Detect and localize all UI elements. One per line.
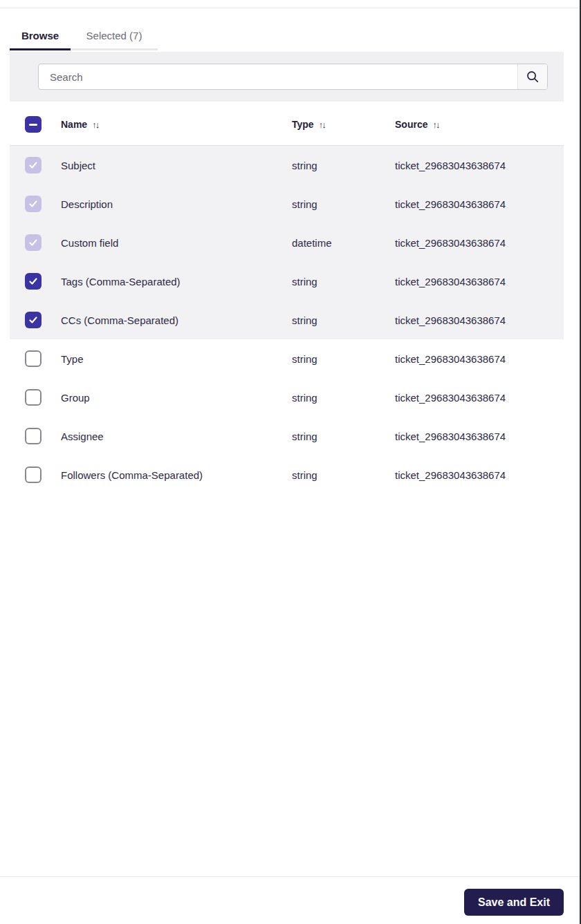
column-header-type-label: Type: [292, 119, 314, 130]
row-checkbox[interactable]: [25, 428, 42, 444]
table-header: Name ↑↓ Type ↑↓ Source ↑↓: [10, 104, 564, 146]
row-type: string: [292, 353, 395, 365]
row-name: Group: [61, 392, 292, 404]
table-row[interactable]: Assigneestringticket_29683043638674: [10, 417, 564, 455]
sort-icon: ↑↓: [92, 120, 98, 130]
search-panel: [10, 52, 564, 102]
table-row[interactable]: Custom fielddatetimeticket_2968304363867…: [10, 223, 564, 262]
row-checkbox-cell: [10, 273, 61, 290]
row-checkbox-cell: [10, 234, 61, 251]
row-checkbox-cell: [10, 312, 61, 328]
table-row[interactable]: Subjectstringticket_29683043638674: [10, 146, 564, 185]
row-name: Followers (Comma-Separated): [61, 469, 292, 481]
table-row[interactable]: Typestringticket_29683043638674: [10, 339, 564, 378]
row-checkbox-cell: [10, 466, 61, 483]
check-icon: [28, 276, 39, 287]
row-name: Tags (Comma-Separated): [61, 276, 292, 287]
column-header-name-label: Name: [61, 119, 87, 130]
row-source: ticket_29683043638674: [395, 469, 564, 481]
row-type: string: [292, 160, 395, 171]
row-name: Type: [61, 353, 292, 365]
row-checkbox: [25, 196, 42, 212]
row-source: ticket_29683043638674: [395, 198, 564, 210]
fields-table: Name ↑↓ Type ↑↓ Source ↑↓ Subjectstringt…: [10, 104, 564, 494]
row-checkbox-cell: [10, 157, 61, 173]
sort-icon: ↑↓: [432, 120, 439, 130]
row-name: CCs (Comma-Separated): [61, 314, 292, 326]
save-and-exit-button[interactable]: Save and Exit: [464, 889, 564, 916]
row-name: Custom field: [61, 237, 292, 249]
column-header-source[interactable]: Source ↑↓: [395, 119, 439, 130]
column-header-source-label: Source: [395, 119, 427, 130]
footer-divider: [0, 876, 581, 877]
search-input[interactable]: [39, 64, 517, 89]
row-name: Description: [61, 198, 292, 210]
row-checkbox: [25, 234, 42, 251]
table-row[interactable]: CCs (Comma-Separated)stringticket_296830…: [10, 301, 564, 339]
row-checkbox[interactable]: [25, 273, 42, 290]
row-type: string: [292, 392, 395, 404]
table-row[interactable]: Followers (Comma-Separated)stringticket_…: [10, 455, 564, 494]
row-name: Assignee: [61, 431, 292, 442]
row-checkbox-cell: [10, 428, 61, 444]
check-icon: [28, 198, 39, 209]
row-source: ticket_29683043638674: [395, 314, 564, 326]
check-icon: [28, 314, 39, 326]
tab-selected[interactable]: Selected (7): [71, 22, 158, 50]
tab-bar: Browse Selected (7): [10, 22, 158, 50]
check-icon: [28, 237, 39, 248]
row-source: ticket_29683043638674: [395, 392, 564, 404]
sort-icon: ↑↓: [319, 120, 325, 130]
row-source: ticket_29683043638674: [395, 276, 564, 287]
search-icon: [526, 70, 540, 84]
row-type: string: [292, 198, 395, 210]
row-source: ticket_29683043638674: [395, 160, 564, 171]
select-all-checkbox[interactable]: [25, 116, 42, 133]
search-button[interactable]: [517, 64, 547, 89]
row-checkbox-cell: [10, 196, 61, 212]
row-checkbox[interactable]: [25, 389, 42, 406]
row-name: Subject: [61, 160, 292, 171]
check-icon: [28, 160, 39, 171]
row-checkbox-cell: [10, 350, 61, 367]
row-source: ticket_29683043638674: [395, 353, 564, 365]
row-type: datetime: [292, 237, 395, 249]
row-checkbox[interactable]: [25, 312, 42, 328]
table-body: Subjectstringticket_29683043638674Descri…: [10, 146, 564, 494]
row-source: ticket_29683043638674: [395, 431, 564, 442]
table-row[interactable]: Tags (Comma-Separated)stringticket_29683…: [10, 262, 564, 301]
row-checkbox-cell: [10, 389, 61, 406]
row-type: string: [292, 314, 395, 326]
row-type: string: [292, 431, 395, 442]
row-checkbox[interactable]: [25, 466, 42, 483]
row-type: string: [292, 469, 395, 481]
column-header-name[interactable]: Name ↑↓: [61, 119, 98, 130]
search-box: [38, 64, 548, 90]
tab-browse[interactable]: Browse: [10, 22, 71, 50]
table-row[interactable]: Descriptionstringticket_29683043638674: [10, 185, 564, 223]
row-type: string: [292, 276, 395, 287]
row-source: ticket_29683043638674: [395, 237, 564, 249]
column-header-type[interactable]: Type ↑↓: [292, 119, 325, 130]
top-divider: [0, 0, 581, 8]
table-row[interactable]: Groupstringticket_29683043638674: [10, 378, 564, 417]
header-checkbox-cell: [10, 116, 61, 133]
row-checkbox[interactable]: [25, 350, 42, 367]
row-checkbox: [25, 157, 42, 173]
